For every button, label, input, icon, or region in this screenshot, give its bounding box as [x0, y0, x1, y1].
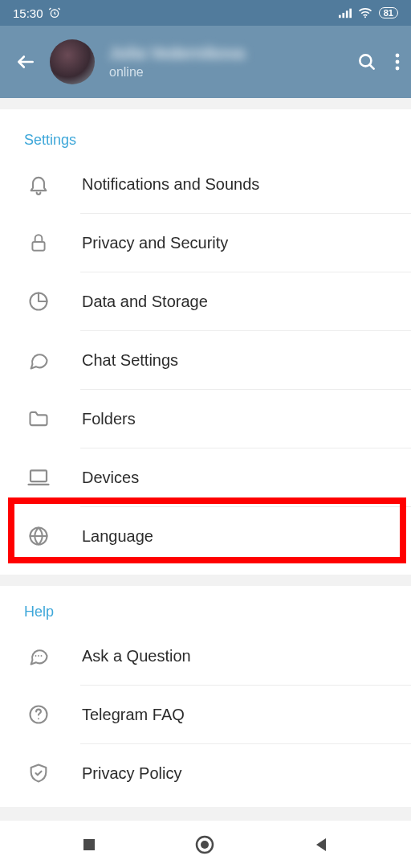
svg-rect-12 — [31, 470, 47, 481]
search-button[interactable] — [356, 51, 377, 72]
android-nav-bar — [0, 820, 411, 868]
settings-item-label: Data and Storage — [82, 293, 208, 311]
settings-item-folders[interactable]: Folders — [0, 390, 411, 448]
chat-dots-icon — [24, 641, 53, 670]
section-header-settings: Settings — [0, 114, 411, 155]
settings-item-language[interactable]: Language — [0, 507, 411, 565]
settings-item-notifications[interactable]: Notifications and Sounds — [0, 155, 411, 213]
settings-item-label: Notifications and Sounds — [82, 175, 259, 194]
laptop-icon — [24, 463, 53, 492]
folder-icon — [24, 404, 53, 433]
svg-rect-4 — [349, 9, 352, 18]
profile-status: online — [109, 65, 356, 80]
svg-point-18 — [38, 718, 39, 719]
svg-rect-19 — [83, 839, 95, 850]
avatar[interactable] — [50, 39, 95, 84]
svg-point-5 — [364, 16, 366, 18]
status-bar: 15:30 81 — [0, 0, 411, 26]
more-button[interactable] — [395, 52, 400, 72]
pie-icon — [24, 287, 53, 316]
settings-item-label: Devices — [82, 469, 139, 487]
status-time: 15:30 — [13, 6, 43, 20]
settings-item-label: Privacy and Security — [82, 234, 228, 252]
section-gap — [0, 98, 411, 109]
alarm-icon — [48, 6, 61, 19]
help-item-faq[interactable]: Telegram FAQ — [0, 686, 411, 743]
svg-point-8 — [396, 60, 400, 64]
signal-icon — [339, 7, 352, 18]
nav-home-button[interactable] — [194, 834, 215, 855]
help-item-privacy[interactable]: Privacy Policy — [0, 744, 411, 802]
lock-icon — [24, 228, 53, 257]
section-gap — [0, 575, 411, 586]
wifi-icon — [358, 7, 372, 18]
back-button[interactable] — [11, 47, 40, 76]
svg-point-7 — [396, 54, 400, 58]
settings-item-privacy[interactable]: Privacy and Security — [0, 214, 411, 272]
svg-point-9 — [396, 67, 400, 71]
settings-item-label: Chat Settings — [82, 351, 178, 370]
shield-check-icon — [24, 759, 53, 788]
svg-point-16 — [41, 655, 43, 657]
nav-back-button[interactable] — [312, 836, 330, 854]
bell-icon — [24, 170, 53, 199]
battery-icon: 81 — [379, 7, 398, 18]
svg-rect-1 — [339, 15, 341, 18]
profile-name: Julia Vedernikova — [109, 44, 282, 63]
svg-rect-3 — [346, 10, 348, 18]
nav-recent-button[interactable] — [81, 837, 97, 853]
settings-item-label: Language — [82, 527, 153, 546]
settings-item-chat[interactable]: Chat Settings — [0, 331, 411, 389]
help-item-ask[interactable]: Ask a Question — [0, 627, 411, 685]
svg-point-21 — [201, 841, 209, 849]
settings-item-devices[interactable]: Devices — [0, 448, 411, 506]
help-item-label: Ask a Question — [82, 647, 191, 665]
help-item-label: Privacy Policy — [82, 764, 181, 783]
globe-icon — [24, 522, 53, 551]
svg-rect-2 — [342, 13, 344, 18]
svg-rect-10 — [32, 242, 44, 251]
section-header-help: Help — [0, 586, 411, 627]
chat-icon — [24, 346, 53, 375]
question-icon — [24, 700, 53, 729]
help-item-label: Telegram FAQ — [82, 706, 185, 724]
settings-item-data[interactable]: Data and Storage — [0, 272, 411, 330]
bottom-gap — [0, 807, 411, 820]
settings-item-label: Folders — [82, 410, 136, 428]
svg-point-14 — [35, 655, 37, 657]
svg-point-15 — [38, 655, 39, 657]
profile-header: Julia Vedernikova online — [0, 26, 411, 98]
